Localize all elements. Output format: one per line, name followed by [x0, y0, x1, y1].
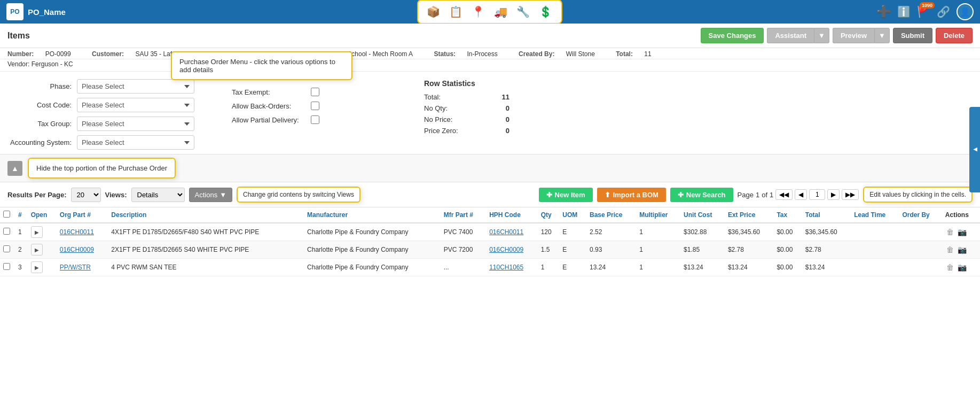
notification-button[interactable]: 🚩 1090	[917, 5, 930, 18]
prev-page-button[interactable]: ◀	[795, 189, 807, 200]
col-multiplier[interactable]: Multiplier	[636, 207, 680, 223]
col-base-price[interactable]: Base Price	[586, 207, 636, 223]
row-unit-cost[interactable]: $1.85	[680, 241, 725, 259]
row-org-part[interactable]: 016CH0011	[57, 223, 108, 241]
row-manufacturer[interactable]: Charlotte Pipe & Foundry Company	[304, 223, 441, 241]
camera-row-icon[interactable]: 📷	[958, 228, 967, 236]
row-hph-code[interactable]: 016CH0011	[486, 223, 538, 241]
col-unit-cost[interactable]: Unit Cost	[680, 207, 725, 223]
row-multiplier[interactable]: 1	[636, 223, 680, 241]
menu-document-icon[interactable]: 📋	[446, 3, 466, 21]
page-input[interactable]	[809, 189, 825, 200]
row-org-part[interactable]: PP/W/STR	[57, 259, 108, 276]
right-panel[interactable]: ▶	[969, 107, 980, 192]
col-order-by[interactable]: Order By	[899, 207, 942, 223]
row-org-part[interactable]: 016CH0009	[57, 241, 108, 259]
menu-location-icon[interactable]: 📍	[468, 3, 489, 21]
accounting-select[interactable]: Please Select	[77, 135, 194, 150]
row-hph-code[interactable]: 110CH1065	[486, 259, 538, 276]
row-lead-time[interactable]	[851, 223, 899, 241]
next-page-button[interactable]: ▶	[827, 189, 840, 200]
row-checkbox[interactable]	[3, 245, 10, 252]
row-ext-price[interactable]: $36,345.60	[725, 223, 773, 241]
rpp-select[interactable]: 20	[71, 188, 101, 202]
col-hph-code[interactable]: HPH Code	[486, 207, 538, 223]
menu-forklift-icon[interactable]: 🚚	[491, 3, 511, 21]
hide-button[interactable]: ▲	[7, 161, 22, 176]
col-total[interactable]: Total	[802, 207, 851, 223]
row-manufacturer[interactable]: Charlotte Pipe & Foundry Company	[304, 241, 441, 259]
new-item-button[interactable]: ✚ New Item	[539, 188, 593, 202]
camera-row-icon[interactable]: 📷	[958, 263, 967, 272]
col-description[interactable]: Description	[108, 207, 304, 223]
row-description[interactable]: 4 PVC RWM SAN TEE	[108, 259, 304, 276]
select-all-checkbox[interactable]	[3, 211, 10, 218]
add-button[interactable]: ➕	[876, 5, 891, 19]
cost-code-select[interactable]: Please Select	[77, 98, 194, 112]
row-mfr-part[interactable]: PVC 7400	[441, 223, 486, 241]
row-qty[interactable]: 1.5	[538, 241, 560, 259]
row-unit-cost[interactable]: $302.88	[680, 223, 725, 241]
preview-button[interactable]: Preview	[833, 28, 874, 43]
allow-partial-checkbox[interactable]	[311, 115, 319, 124]
views-select[interactable]: Details	[131, 188, 185, 202]
row-order-by[interactable]	[899, 241, 942, 259]
col-ext-price[interactable]: Ext Price	[725, 207, 773, 223]
open-button[interactable]: ▶	[31, 226, 43, 238]
menu-box-icon[interactable]: 📦	[424, 3, 444, 21]
row-checkbox[interactable]	[3, 228, 10, 235]
save-changes-button[interactable]: Save Changes	[701, 28, 764, 43]
phase-select[interactable]: Please Select	[77, 79, 194, 94]
row-base-price[interactable]: 0.93	[586, 241, 636, 259]
allow-backorders-checkbox[interactable]	[311, 102, 319, 110]
col-tax[interactable]: Tax	[773, 207, 802, 223]
row-base-price[interactable]: 13.24	[586, 259, 636, 276]
delete-row-icon[interactable]: 🗑	[946, 263, 954, 272]
row-description[interactable]: 2X1FT PE D1785/D2665 S40 WHITE PVC PIPE	[108, 241, 304, 259]
open-button[interactable]: ▶	[31, 244, 43, 256]
row-order-by[interactable]	[899, 223, 942, 241]
row-unit-cost[interactable]: $13.24	[680, 259, 725, 276]
row-tax[interactable]: $0.00	[773, 259, 802, 276]
delete-row-icon[interactable]: 🗑	[946, 228, 954, 236]
col-org-part[interactable]: Org Part #	[57, 207, 108, 223]
delete-button[interactable]: Delete	[936, 28, 973, 43]
tax-group-select[interactable]: Please Select	[77, 117, 194, 131]
col-qty[interactable]: Qty	[538, 207, 560, 223]
info-button[interactable]: ℹ️	[897, 5, 911, 18]
import-bom-button[interactable]: ⬆ Import a BOM	[597, 188, 666, 202]
row-base-price[interactable]: 2.52	[586, 223, 636, 241]
preview-arrow-button[interactable]: ▼	[874, 28, 890, 43]
menu-worker-icon[interactable]: 🔧	[513, 3, 534, 21]
row-total[interactable]: $36,345.60	[802, 223, 851, 241]
col-manufacturer[interactable]: Manufacturer	[304, 207, 441, 223]
submit-button[interactable]: Submit	[893, 28, 932, 43]
row-uom[interactable]: E	[559, 259, 586, 276]
row-lead-time[interactable]	[851, 241, 899, 259]
row-mfr-part[interactable]: ...	[441, 259, 486, 276]
row-total[interactable]: $2.78	[802, 241, 851, 259]
delete-row-icon[interactable]: 🗑	[946, 245, 954, 254]
row-description[interactable]: 4X1FT PE D1785/D2665/F480 S40 WHT PVC PI…	[108, 223, 304, 241]
row-hph-code[interactable]: 016CH0009	[486, 241, 538, 259]
row-multiplier[interactable]: 1	[636, 259, 680, 276]
col-open[interactable]: Open	[28, 207, 57, 223]
row-tax[interactable]: $0.00	[773, 241, 802, 259]
tax-exempt-checkbox[interactable]	[311, 88, 319, 96]
row-checkbox[interactable]	[3, 263, 10, 270]
row-order-by[interactable]	[899, 259, 942, 276]
open-button[interactable]: ▶	[31, 261, 43, 273]
row-ext-price[interactable]: $13.24	[725, 259, 773, 276]
row-multiplier[interactable]: 1	[636, 241, 680, 259]
row-mfr-part[interactable]: PVC 7200	[441, 241, 486, 259]
first-page-button[interactable]: ◀◀	[775, 189, 793, 200]
last-page-button[interactable]: ▶▶	[842, 189, 859, 200]
col-mfr-part[interactable]: Mfr Part #	[441, 207, 486, 223]
row-qty[interactable]: 1	[538, 259, 560, 276]
row-lead-time[interactable]	[851, 259, 899, 276]
row-uom[interactable]: E	[559, 223, 586, 241]
new-search-button[interactable]: ✚ New Search	[670, 188, 733, 202]
menu-dollar-icon[interactable]: 💲	[536, 3, 556, 21]
row-uom[interactable]: E	[559, 241, 586, 259]
col-num[interactable]: #	[15, 207, 28, 223]
